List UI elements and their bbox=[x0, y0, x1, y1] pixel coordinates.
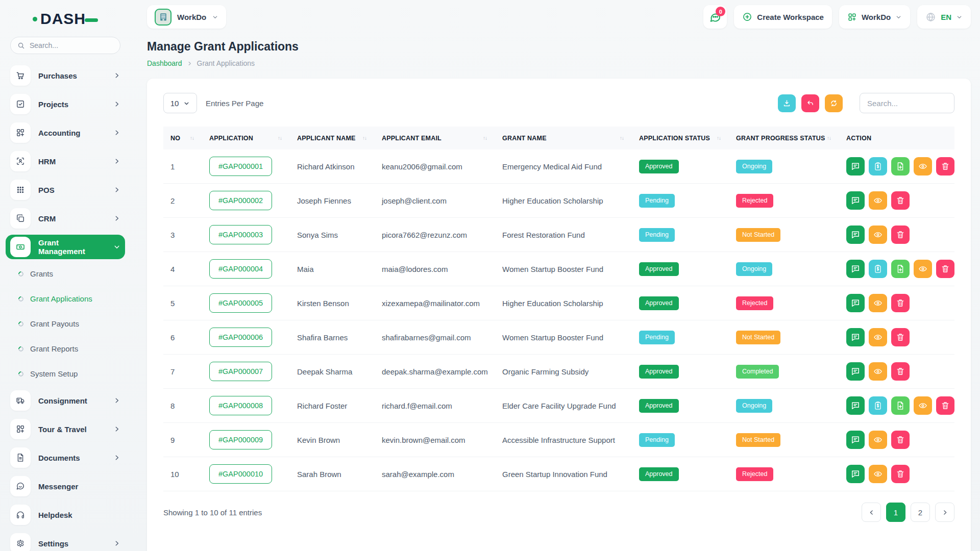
sidebar-subitem-grant-payouts[interactable]: Grant Payouts bbox=[10, 311, 120, 336]
sidebar-item-messenger[interactable]: Messenger bbox=[10, 472, 120, 500]
entries-per-page-label: Entries Per Page bbox=[206, 99, 263, 108]
create-workspace-button[interactable]: Create Workspace bbox=[734, 5, 832, 29]
clipboard-button[interactable] bbox=[869, 157, 887, 176]
sidebar-subitem-grant-reports[interactable]: Grant Reports bbox=[10, 336, 120, 361]
eye-button[interactable] bbox=[869, 465, 887, 483]
eye-button[interactable] bbox=[869, 191, 887, 210]
sidebar-item-grant-management[interactable]: Grant Management bbox=[6, 235, 125, 259]
app-logo[interactable]: DASH bbox=[10, 7, 120, 37]
export-button[interactable] bbox=[778, 94, 796, 112]
sidebar-subitem-label: System Setup bbox=[30, 369, 78, 378]
trash-button[interactable] bbox=[891, 191, 910, 210]
trash-button[interactable] bbox=[891, 328, 910, 346]
eye-button[interactable] bbox=[869, 431, 887, 449]
eye-button[interactable] bbox=[869, 328, 887, 346]
application-id-link[interactable]: #GAP000009 bbox=[209, 430, 272, 449]
progress-status-badge: Not Started bbox=[736, 433, 780, 447]
column-header-label: GRANT PROGRESS STATUS bbox=[736, 135, 825, 142]
previous-page-button[interactable] bbox=[862, 503, 881, 522]
application-id-link[interactable]: #GAP000004 bbox=[209, 259, 272, 279]
sidebar-subitem-grant-applications[interactable]: Grant Applications bbox=[10, 286, 120, 311]
table-search-input[interactable] bbox=[860, 93, 954, 113]
trash-button[interactable] bbox=[891, 431, 910, 449]
workdo-menu[interactable]: WorkDo bbox=[839, 5, 910, 29]
entries-per-page-select[interactable]: 10 bbox=[163, 93, 197, 113]
chat-button[interactable] bbox=[846, 191, 865, 210]
sidebar-item-documents[interactable]: Documents bbox=[10, 443, 120, 472]
chat-button[interactable] bbox=[846, 362, 865, 381]
trash-button[interactable] bbox=[891, 226, 910, 244]
sort-icon[interactable]: ↑↓ bbox=[278, 135, 282, 141]
chat-button[interactable] bbox=[846, 157, 865, 176]
chat-button[interactable] bbox=[846, 328, 865, 346]
chat-button[interactable] bbox=[846, 431, 865, 449]
file-plus-button[interactable] bbox=[891, 260, 910, 278]
trash-button[interactable] bbox=[936, 396, 954, 415]
sidebar-item-settings[interactable]: Settings bbox=[10, 529, 120, 551]
chat-button[interactable] bbox=[846, 465, 865, 483]
cell-application-status: Pending bbox=[632, 228, 729, 242]
sidebar-item-projects[interactable]: Projects bbox=[10, 90, 120, 118]
application-id-link[interactable]: #GAP000006 bbox=[209, 328, 272, 347]
eye-button[interactable] bbox=[869, 294, 887, 312]
eye-button[interactable] bbox=[914, 396, 932, 415]
application-id-link[interactable]: #GAP000008 bbox=[209, 396, 272, 415]
application-id-link[interactable]: #GAP000002 bbox=[209, 191, 272, 210]
sidebar-item-pos[interactable]: POS bbox=[10, 176, 120, 204]
sort-icon[interactable]: ↑↓ bbox=[620, 135, 624, 141]
sidebar-item-hrm[interactable]: HRM bbox=[10, 147, 120, 176]
page-button-1[interactable]: 1 bbox=[886, 503, 905, 522]
sidebar-search-input[interactable] bbox=[30, 41, 106, 49]
page-button-2[interactable]: 2 bbox=[911, 503, 930, 522]
file-plus-icon bbox=[895, 161, 905, 171]
application-id-link[interactable]: #GAP000005 bbox=[209, 293, 272, 313]
workspace-switcher[interactable]: WorkDo bbox=[147, 5, 226, 29]
application-id-link[interactable]: #GAP000003 bbox=[209, 225, 272, 244]
chat-button[interactable] bbox=[846, 260, 865, 278]
sidebar-item-consignment[interactable]: Consignment bbox=[10, 386, 120, 415]
eye-icon bbox=[918, 400, 928, 411]
eye-button[interactable] bbox=[869, 362, 887, 381]
application-id-link[interactable]: #GAP000001 bbox=[209, 157, 272, 176]
sidebar-item-accounting[interactable]: Accounting bbox=[10, 118, 120, 147]
trash-button[interactable] bbox=[936, 157, 954, 176]
language-selector[interactable]: EN bbox=[917, 5, 971, 29]
file-plus-button[interactable] bbox=[891, 396, 910, 415]
application-id-link[interactable]: #GAP000010 bbox=[209, 464, 272, 484]
application-id-link[interactable]: #GAP000007 bbox=[209, 362, 272, 381]
sidebar-item-purchases[interactable]: Purchases bbox=[10, 61, 120, 90]
sort-icon[interactable]: ↑↓ bbox=[717, 135, 721, 141]
sort-icon[interactable]: ↑↓ bbox=[362, 135, 366, 141]
sidebar-item-helpdesk[interactable]: Helpdesk bbox=[10, 500, 120, 529]
trash-button[interactable] bbox=[891, 294, 910, 312]
sidebar: DASH PurchasesProjectsAccountingHRMPOSCR… bbox=[0, 0, 131, 551]
sidebar-subitem-system-setup[interactable]: System Setup bbox=[10, 361, 120, 386]
trash-icon bbox=[895, 469, 905, 479]
clipboard-button[interactable] bbox=[869, 396, 887, 415]
refresh-button[interactable] bbox=[825, 94, 843, 112]
trash-button[interactable] bbox=[936, 260, 954, 278]
eye-button[interactable] bbox=[914, 157, 932, 176]
breadcrumb-dashboard-link[interactable]: Dashboard bbox=[147, 59, 182, 67]
reset-button[interactable] bbox=[801, 94, 819, 112]
trash-button[interactable] bbox=[891, 465, 910, 483]
sidebar-subitem-grants[interactable]: Grants bbox=[10, 261, 120, 286]
sidebar-item-tour-travel[interactable]: Tour & Travel bbox=[10, 415, 120, 443]
sidebar-search[interactable] bbox=[10, 37, 120, 54]
chat-button[interactable] bbox=[846, 226, 865, 244]
chat-button[interactable] bbox=[846, 294, 865, 312]
messages-button[interactable]: 0 bbox=[703, 5, 727, 29]
next-page-button[interactable] bbox=[935, 503, 954, 522]
trash-icon bbox=[940, 264, 950, 274]
clipboard-button[interactable] bbox=[869, 260, 887, 278]
file-plus-button[interactable] bbox=[891, 157, 910, 176]
eye-button[interactable] bbox=[914, 260, 932, 278]
sort-icon[interactable]: ↑↓ bbox=[483, 135, 487, 141]
sidebar-item-crm[interactable]: CRM bbox=[10, 204, 120, 233]
workspace-name: WorkDo bbox=[177, 13, 206, 21]
sort-icon[interactable]: ↑↓ bbox=[827, 135, 831, 141]
eye-button[interactable] bbox=[869, 226, 887, 244]
sort-icon[interactable]: ↑↓ bbox=[190, 135, 194, 141]
trash-button[interactable] bbox=[891, 362, 910, 381]
chat-button[interactable] bbox=[846, 396, 865, 415]
